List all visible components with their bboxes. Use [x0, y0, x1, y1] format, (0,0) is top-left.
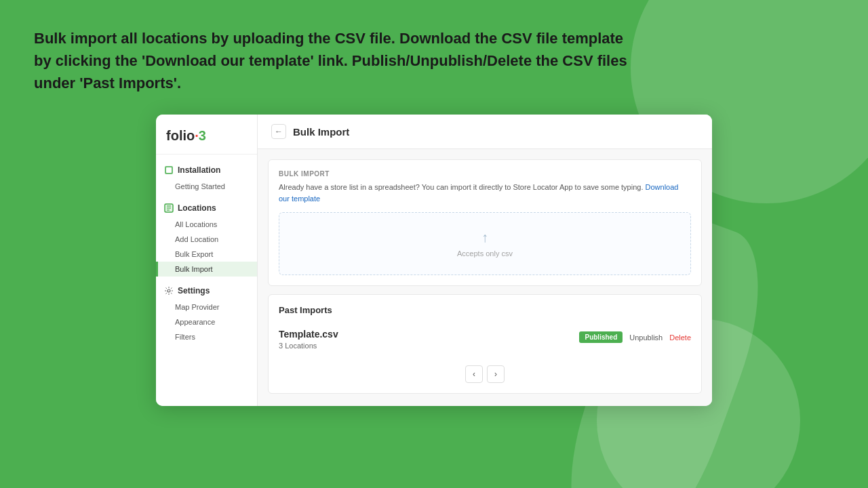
sidebar-section-installation: Installation Getting Started: [156, 161, 257, 194]
sidebar-item-map-provider[interactable]: Map Provider: [156, 300, 257, 314]
past-imports-card: Past Imports Template.csv 3 Locations Pu…: [268, 294, 702, 394]
svg-rect-1: [166, 167, 172, 173]
upload-hint: Accepts only csv: [296, 249, 673, 258]
app-window: folio·3 Installation Getting Started: [156, 115, 712, 406]
logo-num: 3: [199, 128, 206, 143]
bulk-import-description: Already have a store list in a spreadshe…: [279, 182, 691, 204]
sidebar-item-bulk-export[interactable]: Bulk Export: [156, 247, 257, 262]
upload-icon: ↑: [296, 230, 673, 245]
status-badge: Published: [579, 331, 623, 343]
bulk-import-section-title: BULK IMPORT: [279, 170, 691, 178]
installation-label: Installation: [178, 165, 220, 175]
svg-point-7: [167, 289, 170, 292]
unpublish-button[interactable]: Unpublish: [629, 333, 663, 342]
sidebar-item-bulk-import[interactable]: Bulk Import: [156, 262, 257, 277]
sidebar-item-getting-started[interactable]: Getting Started: [156, 179, 257, 194]
sidebar-locations-header[interactable]: Locations: [156, 199, 257, 217]
main-panel: ← Bulk Import BULK IMPORT Already have a…: [258, 115, 712, 406]
sidebar-installation-header[interactable]: Installation: [156, 161, 257, 179]
logo: folio·3: [156, 125, 257, 155]
sidebar: folio·3 Installation Getting Started: [156, 115, 258, 406]
settings-label: Settings: [178, 286, 210, 296]
sidebar-item-all-locations[interactable]: All Locations: [156, 217, 257, 232]
pagination: ‹ ›: [279, 365, 691, 383]
panel-content: BULK IMPORT Already have a store list in…: [258, 149, 712, 404]
bulk-import-card: BULK IMPORT Already have a store list in…: [268, 159, 702, 286]
sidebar-item-add-location[interactable]: Add Location: [156, 232, 257, 247]
upload-area[interactable]: ↑ Accepts only csv: [279, 212, 691, 275]
sidebar-item-filters[interactable]: Filters: [156, 329, 257, 344]
locations-icon: [164, 203, 174, 213]
import-item-info: Template.csv 3 Locations: [279, 329, 579, 350]
app-body: folio·3 Installation Getting Started: [156, 115, 712, 406]
pagination-prev[interactable]: ‹: [465, 365, 483, 383]
back-button[interactable]: ←: [271, 124, 286, 139]
sidebar-item-appearance[interactable]: Appearance: [156, 314, 257, 329]
pagination-next[interactable]: ›: [487, 365, 505, 383]
installation-icon: [164, 165, 174, 175]
import-locations-count: 3 Locations: [279, 342, 579, 350]
settings-icon: [164, 286, 174, 296]
delete-button[interactable]: Delete: [669, 333, 691, 342]
import-item: Template.csv 3 Locations Published Unpub…: [279, 323, 691, 355]
logo-folio: folio: [166, 128, 195, 143]
logo-text: folio·3: [166, 128, 206, 143]
panel-header: ← Bulk Import: [258, 115, 712, 149]
description-text: Bulk import all locations by uploading t…: [34, 27, 644, 94]
panel-title: Bulk Import: [293, 126, 349, 138]
locations-label: Locations: [178, 203, 216, 213]
sidebar-section-locations: Locations All Locations Add Location Bul…: [156, 199, 257, 277]
sidebar-settings-header[interactable]: Settings: [156, 282, 257, 300]
bulk-import-desc-text: Already have a store list in a spreadshe…: [279, 183, 643, 191]
import-filename: Template.csv: [279, 329, 579, 340]
import-actions: Published Unpublish Delete: [579, 331, 691, 343]
past-imports-title: Past Imports: [279, 305, 691, 315]
sidebar-section-settings: Settings Map Provider Appearance Filters: [156, 282, 257, 344]
